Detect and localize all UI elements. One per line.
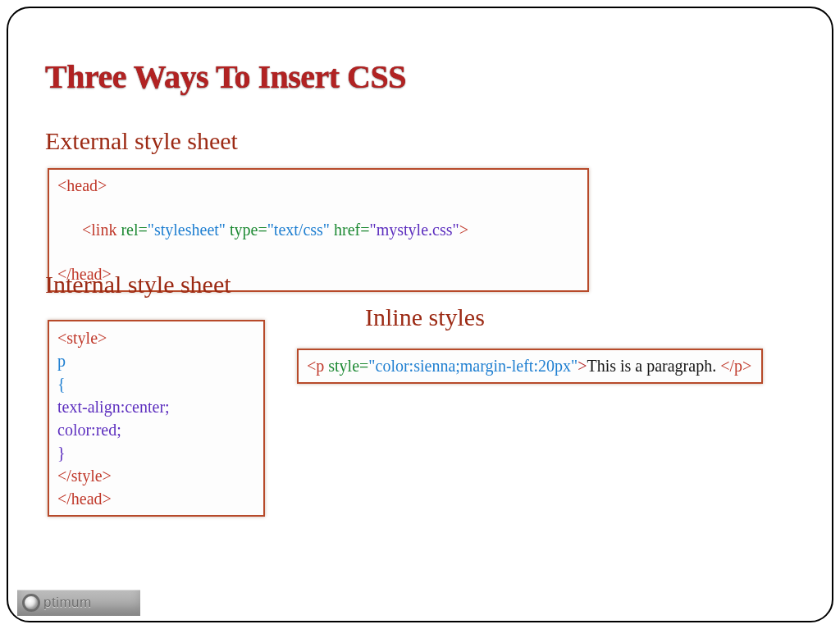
code-token: </p> bbox=[720, 357, 751, 375]
code-attr: type= bbox=[230, 221, 267, 239]
code-attr: href= bbox=[334, 221, 369, 239]
code-decl: color:red; bbox=[57, 421, 121, 439]
heading-inline: Inline styles bbox=[365, 303, 485, 331]
code-token: > bbox=[459, 221, 468, 239]
code-token: <p bbox=[307, 357, 328, 375]
code-internal: <style> p { text-align:center; color:red… bbox=[48, 320, 265, 517]
code-token: </head> bbox=[57, 490, 112, 508]
slide-title: Three Ways To Insert CSS bbox=[45, 57, 406, 96]
code-val: "mystyle.css" bbox=[370, 221, 459, 239]
code-token: <style> bbox=[57, 329, 107, 347]
code-brace: } bbox=[57, 444, 66, 462]
code-token: <head> bbox=[57, 176, 107, 194]
code-token: > bbox=[578, 357, 587, 375]
code-token: </style> bbox=[57, 467, 112, 485]
code-decl: text-align:center; bbox=[57, 398, 170, 416]
logo-ring-icon bbox=[22, 594, 40, 612]
code-content: This is a paragraph. bbox=[587, 357, 720, 375]
code-val: "text/css" bbox=[267, 221, 330, 239]
code-selector: p bbox=[57, 352, 66, 370]
slide-frame: Three Ways To Insert CSS External style … bbox=[7, 7, 833, 622]
code-val: "stylesheet" bbox=[148, 221, 226, 239]
code-val: "color:sienna;margin-left:20px" bbox=[368, 357, 578, 375]
code-attr: rel= bbox=[121, 221, 147, 239]
code-token: <link bbox=[82, 221, 121, 239]
logo-text: ptimum bbox=[43, 595, 92, 611]
brand-logo: ptimum bbox=[17, 590, 140, 616]
code-brace: { bbox=[57, 375, 66, 393]
heading-internal: Internal style sheet bbox=[45, 271, 231, 299]
heading-external: External style sheet bbox=[45, 127, 238, 155]
code-attr: style= bbox=[328, 357, 368, 375]
code-inline: <p style="color:sienna;margin-left:20px"… bbox=[297, 349, 763, 384]
